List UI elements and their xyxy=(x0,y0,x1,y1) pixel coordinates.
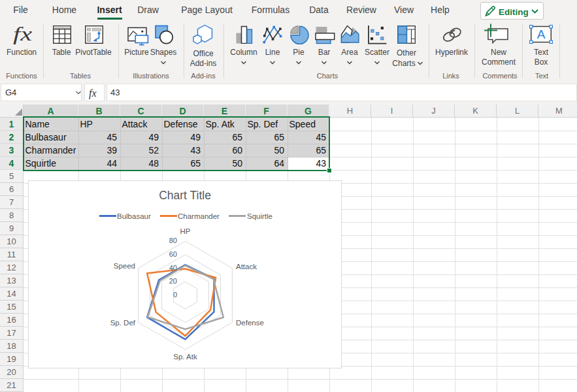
svg-text:Bulbasaur: Bulbasaur xyxy=(117,212,151,220)
svg-text:A: A xyxy=(537,27,546,41)
svg-text:fx: fx xyxy=(89,88,97,99)
svg-text:fx: fx xyxy=(13,25,32,44)
svg-text:Squirtle: Squirtle xyxy=(247,212,272,220)
svg-text:Charmander: Charmander xyxy=(178,212,220,220)
svg-text:80: 80 xyxy=(169,237,177,244)
svg-text:Defense: Defense xyxy=(236,319,264,327)
svg-text:20: 20 xyxy=(169,277,177,285)
svg-text:Attack: Attack xyxy=(236,263,257,270)
svg-text:Chart Title: Chart Title xyxy=(159,189,211,202)
svg-text:40: 40 xyxy=(169,264,177,272)
svg-text:Editing: Editing xyxy=(499,7,529,16)
svg-text:HP: HP xyxy=(180,227,191,235)
svg-text:0: 0 xyxy=(173,291,177,299)
svg-text:Sp. Atk: Sp. Atk xyxy=(173,353,197,361)
svg-text:Speed: Speed xyxy=(114,262,135,270)
svg-text:60: 60 xyxy=(169,250,177,258)
svg-text:Sp. Def: Sp. Def xyxy=(110,319,136,327)
